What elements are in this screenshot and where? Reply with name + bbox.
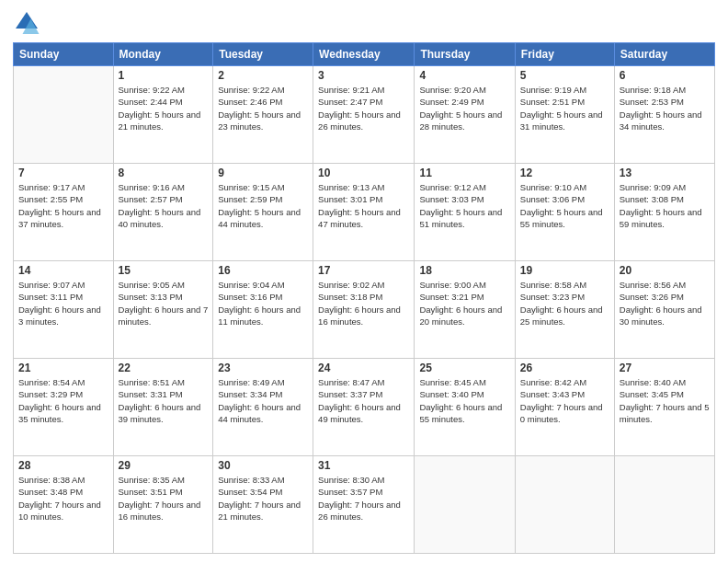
calendar-day: 18Sunrise: 9:00 AMSunset: 3:21 PMDayligh… [415,261,515,359]
calendar-day: 17Sunrise: 9:02 AMSunset: 3:18 PMDayligh… [313,261,415,359]
day-info: Sunrise: 9:04 AMSunset: 3:16 PMDaylight:… [218,279,308,327]
calendar-week-2: 7Sunrise: 9:17 AMSunset: 2:55 PMDaylight… [14,164,715,261]
day-number: 29 [119,459,209,472]
day-number: 28 [18,459,108,472]
day-number: 27 [620,362,710,374]
day-info: Sunrise: 8:58 AMSunset: 3:23 PMDaylight:… [520,279,609,327]
day-info: Sunrise: 8:30 AMSunset: 3:57 PMDaylight:… [318,474,409,523]
calendar-day: 10Sunrise: 9:13 AMSunset: 3:01 PMDayligh… [313,164,415,261]
day-info: Sunrise: 9:20 AMSunset: 2:49 PMDaylight:… [419,84,509,132]
weekday-header-saturday: Saturday [614,43,714,66]
calendar-day [415,456,515,554]
weekday-header-tuesday: Tuesday [213,43,313,66]
calendar-day: 20Sunrise: 8:56 AMSunset: 3:26 PMDayligh… [614,261,714,359]
day-info: Sunrise: 9:22 AMSunset: 2:46 PMDaylight:… [218,84,308,132]
day-info: Sunrise: 9:02 AMSunset: 3:18 PMDaylight:… [318,279,409,327]
calendar-day [515,456,614,554]
day-info: Sunrise: 9:12 AMSunset: 3:03 PMDaylight:… [419,181,509,230]
day-info: Sunrise: 8:49 AMSunset: 3:34 PMDaylight:… [218,376,308,425]
day-number: 9 [218,167,308,179]
calendar-day: 1Sunrise: 9:22 AMSunset: 2:44 PMDaylight… [113,66,213,164]
calendar-day [14,66,114,164]
calendar-day: 21Sunrise: 8:54 AMSunset: 3:29 PMDayligh… [14,359,114,456]
weekday-header-sunday: Sunday [14,43,114,66]
calendar-day: 25Sunrise: 8:45 AMSunset: 3:40 PMDayligh… [415,359,515,456]
calendar-day: 24Sunrise: 8:47 AMSunset: 3:37 PMDayligh… [313,359,415,456]
day-info: Sunrise: 9:16 AMSunset: 2:57 PMDaylight:… [119,181,209,230]
day-info: Sunrise: 8:51 AMSunset: 3:31 PMDaylight:… [119,376,209,425]
day-number: 24 [318,362,409,374]
logo-icon [13,9,40,37]
logo [13,9,44,37]
weekday-header-wednesday: Wednesday [313,43,415,66]
day-number: 22 [119,362,209,374]
calendar-day: 15Sunrise: 9:05 AMSunset: 3:13 PMDayligh… [113,261,213,359]
calendar-day: 23Sunrise: 8:49 AMSunset: 3:34 PMDayligh… [213,359,313,456]
calendar-day [614,456,714,554]
calendar-day: 2Sunrise: 9:22 AMSunset: 2:46 PMDaylight… [213,66,313,164]
weekday-header-monday: Monday [113,43,213,66]
day-number: 10 [318,167,409,179]
day-number: 14 [18,264,108,277]
day-number: 5 [520,69,609,82]
calendar-week-4: 21Sunrise: 8:54 AMSunset: 3:29 PMDayligh… [14,359,715,456]
day-number: 2 [218,69,308,82]
calendar-day: 4Sunrise: 9:20 AMSunset: 2:49 PMDaylight… [415,66,515,164]
day-info: Sunrise: 9:13 AMSunset: 3:01 PMDaylight:… [318,181,409,230]
calendar-table: SundayMondayTuesdayWednesdayThursdayFrid… [13,42,715,554]
weekday-header-thursday: Thursday [415,43,515,66]
day-info: Sunrise: 9:07 AMSunset: 3:11 PMDaylight:… [18,279,108,327]
day-info: Sunrise: 9:22 AMSunset: 2:44 PMDaylight:… [119,84,209,132]
day-number: 23 [218,362,308,374]
calendar-day: 14Sunrise: 9:07 AMSunset: 3:11 PMDayligh… [14,261,114,359]
day-info: Sunrise: 9:05 AMSunset: 3:13 PMDaylight:… [119,279,209,327]
day-info: Sunrise: 9:09 AMSunset: 3:08 PMDaylight:… [620,181,710,230]
page: SundayMondayTuesdayWednesdayThursdayFrid… [0,0,728,563]
calendar-day: 7Sunrise: 9:17 AMSunset: 2:55 PMDaylight… [14,164,114,261]
day-number: 1 [119,69,209,82]
calendar-day: 12Sunrise: 9:10 AMSunset: 3:06 PMDayligh… [515,164,614,261]
header [13,9,715,37]
calendar-day: 3Sunrise: 9:21 AMSunset: 2:47 PMDaylight… [313,66,415,164]
calendar-day: 26Sunrise: 8:42 AMSunset: 3:43 PMDayligh… [515,359,614,456]
calendar-day: 5Sunrise: 9:19 AMSunset: 2:51 PMDaylight… [515,66,614,164]
calendar-day: 9Sunrise: 9:15 AMSunset: 2:59 PMDaylight… [213,164,313,261]
day-number: 16 [218,264,308,277]
calendar-day: 13Sunrise: 9:09 AMSunset: 3:08 PMDayligh… [614,164,714,261]
calendar-day: 30Sunrise: 8:33 AMSunset: 3:54 PMDayligh… [213,456,313,554]
day-number: 6 [620,69,710,82]
weekday-header-row: SundayMondayTuesdayWednesdayThursdayFrid… [14,43,715,66]
calendar-week-3: 14Sunrise: 9:07 AMSunset: 3:11 PMDayligh… [14,261,715,359]
day-number: 26 [520,362,609,374]
day-number: 25 [419,362,509,374]
day-number: 30 [218,459,308,472]
day-info: Sunrise: 8:40 AMSunset: 3:45 PMDaylight:… [620,376,710,425]
day-number: 15 [119,264,209,277]
day-info: Sunrise: 9:18 AMSunset: 2:53 PMDaylight:… [620,84,710,132]
day-number: 17 [318,264,409,277]
day-info: Sunrise: 8:47 AMSunset: 3:37 PMDaylight:… [318,376,409,425]
day-info: Sunrise: 9:21 AMSunset: 2:47 PMDaylight:… [318,84,409,132]
calendar-day: 28Sunrise: 8:38 AMSunset: 3:48 PMDayligh… [14,456,114,554]
day-info: Sunrise: 8:42 AMSunset: 3:43 PMDaylight:… [520,376,609,425]
day-number: 21 [18,362,108,374]
day-number: 11 [419,167,509,179]
calendar-day: 19Sunrise: 8:58 AMSunset: 3:23 PMDayligh… [515,261,614,359]
day-number: 18 [419,264,509,277]
day-number: 12 [520,167,609,179]
day-info: Sunrise: 8:56 AMSunset: 3:26 PMDaylight:… [620,279,710,327]
day-number: 3 [318,69,409,82]
day-info: Sunrise: 8:54 AMSunset: 3:29 PMDaylight:… [18,376,108,425]
calendar-day: 29Sunrise: 8:35 AMSunset: 3:51 PMDayligh… [113,456,213,554]
weekday-header-friday: Friday [515,43,614,66]
day-number: 19 [520,264,609,277]
day-info: Sunrise: 8:45 AMSunset: 3:40 PMDaylight:… [419,376,509,425]
day-info: Sunrise: 8:33 AMSunset: 3:54 PMDaylight:… [218,474,308,523]
calendar-day: 8Sunrise: 9:16 AMSunset: 2:57 PMDaylight… [113,164,213,261]
day-info: Sunrise: 9:19 AMSunset: 2:51 PMDaylight:… [520,84,609,132]
calendar-day: 16Sunrise: 9:04 AMSunset: 3:16 PMDayligh… [213,261,313,359]
calendar-week-1: 1Sunrise: 9:22 AMSunset: 2:44 PMDaylight… [14,66,715,164]
day-number: 4 [419,69,509,82]
calendar-day: 22Sunrise: 8:51 AMSunset: 3:31 PMDayligh… [113,359,213,456]
day-info: Sunrise: 9:15 AMSunset: 2:59 PMDaylight:… [218,181,308,230]
